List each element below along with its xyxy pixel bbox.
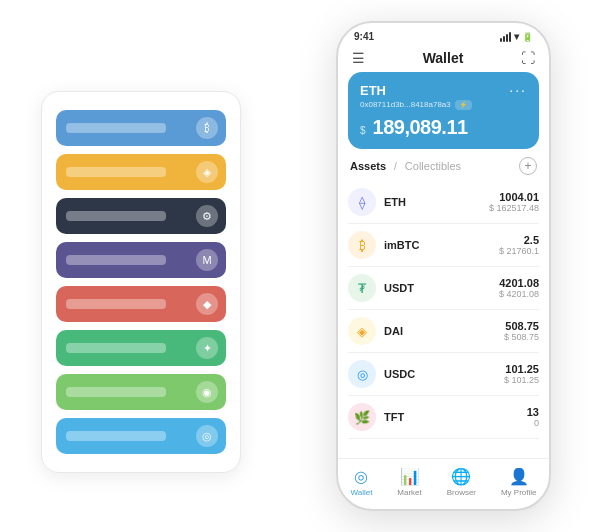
asset-usd-imbtc: $ 21760.1 [499, 246, 539, 256]
browser-nav-label: Browser [447, 488, 476, 497]
asset-item-tft[interactable]: 🌿 TFT 13 0 [348, 396, 539, 439]
asset-amounts-imbtc: 2.5 $ 21760.1 [499, 234, 539, 256]
add-asset-button[interactable]: + [519, 157, 537, 175]
card-row-text-7 [66, 387, 166, 397]
card-row-7[interactable]: ◉ [56, 374, 226, 410]
eth-card-address: 0x08711d3b...8418a78a3 ⚡ [360, 100, 527, 110]
card-row-5[interactable]: ◆ [56, 286, 226, 322]
asset-name-tft: TFT [384, 411, 527, 423]
card-row-2[interactable]: ◈ [56, 154, 226, 190]
asset-amount-eth: 1004.01 [489, 191, 539, 203]
card-row-text-4 [66, 255, 166, 265]
asset-name-usdt: USDT [384, 282, 499, 294]
bottom-nav-profile[interactable]: 👤 My Profile [501, 467, 537, 497]
signal-icon [500, 32, 511, 42]
asset-name-usdc: USDC [384, 368, 504, 380]
asset-icon-tft: 🌿 [348, 403, 376, 431]
page-title: Wallet [423, 50, 464, 66]
tab-slash: / [394, 161, 397, 172]
card-row-icon-7: ◉ [196, 381, 218, 403]
market-nav-icon: 📊 [400, 467, 420, 486]
asset-amount-imbtc: 2.5 [499, 234, 539, 246]
asset-usd-tft: 0 [527, 418, 539, 428]
asset-name-imbtc: imBTC [384, 239, 499, 251]
asset-item-dai[interactable]: ◈ DAI 508.75 $ 508.75 [348, 310, 539, 353]
card-row-icon-1: ₿ [196, 117, 218, 139]
status-icons: ▾ 🔋 [500, 31, 533, 42]
bottom-nav: ◎ Wallet 📊 Market 🌐 Browser 👤 My Profile [338, 458, 549, 509]
scene: ₿ ◈ ⚙ M ◆ ✦ ◉ ◎ [21, 11, 581, 521]
card-stack: ₿ ◈ ⚙ M ◆ ✦ ◉ ◎ [41, 91, 241, 473]
asset-icon-usdt: ₮ [348, 274, 376, 302]
asset-usd-usdc: $ 101.25 [504, 375, 539, 385]
asset-list: ⟠ ETH 1004.01 $ 162517.48 ₿ imBTC 2.5 $ … [338, 181, 549, 458]
battery-icon: 🔋 [522, 32, 533, 42]
time: 9:41 [354, 31, 374, 42]
profile-nav-icon: 👤 [509, 467, 529, 486]
asset-amounts-eth: 1004.01 $ 162517.48 [489, 191, 539, 213]
asset-item-imbtc[interactable]: ₿ imBTC 2.5 $ 21760.1 [348, 224, 539, 267]
eth-card-title: ETH [360, 83, 386, 98]
card-row-text-6 [66, 343, 166, 353]
card-row-8[interactable]: ◎ [56, 418, 226, 454]
asset-amount-dai: 508.75 [504, 320, 539, 332]
eth-amount-label: $ [360, 125, 366, 136]
eth-card[interactable]: ETH ··· 0x08711d3b...8418a78a3 ⚡ $ 189,0… [348, 72, 539, 149]
eth-card-menu[interactable]: ··· [509, 82, 527, 98]
asset-item-usdt[interactable]: ₮ USDT 4201.08 $ 4201.08 [348, 267, 539, 310]
asset-amounts-dai: 508.75 $ 508.75 [504, 320, 539, 342]
card-row-icon-8: ◎ [196, 425, 218, 447]
wallet-nav-icon: ◎ [354, 467, 368, 486]
asset-usd-usdt: $ 4201.08 [499, 289, 539, 299]
card-row-text-2 [66, 167, 166, 177]
card-row-icon-3: ⚙ [196, 205, 218, 227]
assets-header: Assets / Collectibles + [338, 157, 549, 181]
card-row-icon-6: ✦ [196, 337, 218, 359]
eth-card-header: ETH ··· [360, 82, 527, 98]
eth-card-badge: ⚡ [455, 100, 472, 110]
asset-usd-eth: $ 162517.48 [489, 203, 539, 213]
bottom-nav-wallet[interactable]: ◎ Wallet [350, 467, 372, 497]
nav-bar: ☰ Wallet ⛶ [338, 46, 549, 72]
wifi-icon: ▾ [514, 31, 519, 42]
eth-amount: 189,089.11 [373, 116, 468, 139]
card-row-icon-2: ◈ [196, 161, 218, 183]
tab-collectibles[interactable]: Collectibles [405, 160, 461, 172]
menu-icon[interactable]: ☰ [352, 50, 365, 66]
tab-assets[interactable]: Assets [350, 160, 386, 172]
asset-icon-imbtc: ₿ [348, 231, 376, 259]
card-row-text-1 [66, 123, 166, 133]
expand-icon[interactable]: ⛶ [521, 50, 535, 66]
card-row-4[interactable]: M [56, 242, 226, 278]
asset-icon-usdc: ◎ [348, 360, 376, 388]
asset-amounts-usdc: 101.25 $ 101.25 [504, 363, 539, 385]
browser-nav-icon: 🌐 [451, 467, 471, 486]
asset-item-eth[interactable]: ⟠ ETH 1004.01 $ 162517.48 [348, 181, 539, 224]
assets-tabs: Assets / Collectibles [350, 160, 461, 172]
card-row-3[interactable]: ⚙ [56, 198, 226, 234]
card-row-icon-4: M [196, 249, 218, 271]
asset-amount-tft: 13 [527, 406, 539, 418]
asset-name-dai: DAI [384, 325, 504, 337]
asset-amount-usdt: 4201.08 [499, 277, 539, 289]
asset-amounts-usdt: 4201.08 $ 4201.08 [499, 277, 539, 299]
asset-item-usdc[interactable]: ◎ USDC 101.25 $ 101.25 [348, 353, 539, 396]
card-row-6[interactable]: ✦ [56, 330, 226, 366]
bottom-nav-browser[interactable]: 🌐 Browser [447, 467, 476, 497]
card-row-text-3 [66, 211, 166, 221]
asset-usd-dai: $ 508.75 [504, 332, 539, 342]
asset-icon-dai: ◈ [348, 317, 376, 345]
card-row-text-8 [66, 431, 166, 441]
wallet-nav-label: Wallet [350, 488, 372, 497]
profile-nav-label: My Profile [501, 488, 537, 497]
card-row-icon-5: ◆ [196, 293, 218, 315]
card-row-text-5 [66, 299, 166, 309]
asset-amount-usdc: 101.25 [504, 363, 539, 375]
phone: 9:41 ▾ 🔋 ☰ Wallet ⛶ ETH ··· [336, 21, 551, 511]
market-nav-label: Market [397, 488, 421, 497]
bottom-nav-market[interactable]: 📊 Market [397, 467, 421, 497]
status-bar: 9:41 ▾ 🔋 [338, 23, 549, 46]
asset-icon-eth: ⟠ [348, 188, 376, 216]
card-row-1[interactable]: ₿ [56, 110, 226, 146]
asset-amounts-tft: 13 0 [527, 406, 539, 428]
